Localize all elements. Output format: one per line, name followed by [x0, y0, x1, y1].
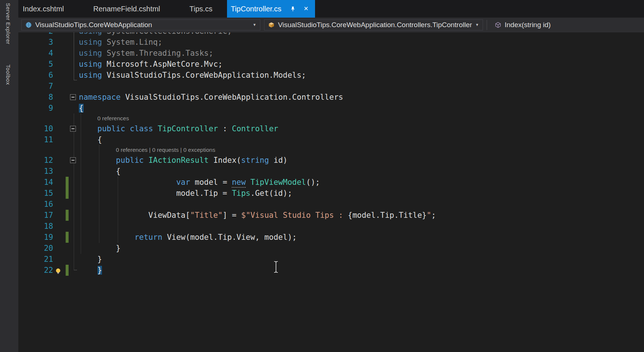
- code-lens-indicator[interactable]: 0 references | 0 requests | 0 exceptions: [18, 145, 644, 155]
- gutter: [53, 70, 69, 81]
- tab-tips-cs[interactable]: Tips.cs: [175, 0, 227, 18]
- code-line: 17ViewData["Title"] = $"Visual Studio Ti…: [18, 210, 644, 221]
- code-line: 20}: [18, 243, 644, 254]
- tab-tipcontroller-cs[interactable]: TipController.cs ✕: [227, 0, 315, 18]
- class-icon: [268, 22, 275, 28]
- code-line: 5using Microsoft.AspNetCore.Mvc;: [18, 59, 644, 70]
- line-number: 5: [18, 59, 53, 70]
- fold-toggle-icon[interactable]: [70, 126, 76, 132]
- indent-guide: [118, 177, 118, 243]
- gutter: [53, 155, 69, 166]
- fold-column: [69, 37, 78, 48]
- code-text[interactable]: return View(model.Tip.View, model);: [78, 232, 644, 243]
- code-text[interactable]: using System.Collections.Generic;: [78, 32, 644, 37]
- type-dropdown-label: VisualStudioTips.CoreWebApplication.Cont…: [278, 21, 472, 29]
- line-number: 17: [18, 210, 53, 221]
- tab-label: TipController.cs: [231, 5, 281, 13]
- side-tool-rail: Server Explorer Toolbox: [0, 0, 18, 352]
- project-dropdown[interactable]: VisualStudioTips.CoreWebApplication ▼: [21, 19, 260, 30]
- code-text[interactable]: [78, 221, 644, 232]
- code-text[interactable]: }: [78, 265, 644, 276]
- code-line: 21}: [18, 254, 644, 265]
- code-text[interactable]: [78, 199, 644, 210]
- code-line: 16: [18, 199, 644, 210]
- fold-column: [69, 254, 78, 265]
- code-text[interactable]: {: [78, 103, 644, 114]
- gutter: [53, 188, 69, 199]
- change-bar: [66, 188, 69, 199]
- fold-column: [69, 134, 78, 145]
- gutter: [53, 177, 69, 188]
- code-text[interactable]: model.Tip = Tips.Get(id);: [78, 188, 644, 199]
- line-number: 13: [18, 166, 53, 177]
- code-text[interactable]: namespace VisualStudioTips.CoreWebApplic…: [78, 92, 644, 103]
- code-line: 11{: [18, 134, 644, 145]
- line-number: 8: [18, 92, 53, 103]
- code-text[interactable]: using Microsoft.AspNetCore.Mvc;: [78, 59, 644, 70]
- code-text[interactable]: using System.Linq;: [78, 37, 644, 48]
- line-number: 2: [18, 32, 53, 37]
- close-icon[interactable]: ✕: [303, 6, 309, 12]
- code-text[interactable]: var model = new TipViewModel();: [78, 177, 644, 188]
- indent-guide: [99, 145, 99, 243]
- sidebar-item-server-explorer[interactable]: Server Explorer: [5, 3, 11, 44]
- fold-toggle-icon[interactable]: [70, 94, 76, 100]
- code-line: 9{: [18, 103, 644, 114]
- gutter: [53, 265, 69, 276]
- code-text[interactable]: [78, 81, 644, 92]
- code-line: 8namespace VisualStudioTips.CoreWebAppli…: [18, 92, 644, 103]
- lightbulb-icon[interactable]: [55, 267, 62, 274]
- code-text[interactable]: }: [78, 243, 644, 254]
- code-line: 22}: [18, 265, 644, 276]
- fold-column: [69, 103, 78, 114]
- fold-toggle-icon[interactable]: [70, 157, 76, 163]
- line-number: 6: [18, 70, 53, 81]
- code-text[interactable]: }: [78, 254, 644, 265]
- chevron-down-icon: ▼: [253, 23, 256, 27]
- line-number: 22: [18, 265, 53, 276]
- tab-index-cshtml[interactable]: Index.cshtml: [18, 0, 78, 18]
- code-lens-indicator[interactable]: 0 references: [18, 114, 644, 123]
- fold-column: [69, 265, 78, 276]
- code-text[interactable]: ViewData["Title"] = $"Visual Studio Tips…: [78, 210, 644, 221]
- tab-renamefield-cshtml[interactable]: RenameField.cshtml: [78, 0, 175, 18]
- fold-column: [69, 48, 78, 59]
- fold-column: [69, 166, 78, 177]
- code-line: 15model.Tip = Tips.Get(id);: [18, 188, 644, 199]
- change-bar: [66, 265, 69, 276]
- fold-column: [69, 81, 78, 92]
- project-dropdown-label: VisualStudioTips.CoreWebApplication: [35, 21, 152, 29]
- code-text[interactable]: public class TipController : Controller: [78, 123, 644, 134]
- code-line: 14var model = new TipViewModel();: [18, 177, 644, 188]
- line-number: 3: [18, 37, 53, 48]
- line-number: 19: [18, 232, 53, 243]
- code-line: 4using System.Threading.Tasks;: [18, 48, 644, 59]
- code-text[interactable]: public IActionResult Index(string id): [78, 155, 644, 166]
- type-dropdown[interactable]: VisualStudioTips.CoreWebApplication.Cont…: [264, 19, 483, 30]
- fold-column: [69, 221, 78, 232]
- sidebar-item-toolbox[interactable]: Toolbox: [5, 65, 11, 85]
- pin-icon[interactable]: [289, 6, 296, 12]
- gutter: [53, 32, 69, 37]
- fold-column: [69, 243, 78, 254]
- code-text[interactable]: {: [78, 134, 644, 145]
- navigation-bar: VisualStudioTips.CoreWebApplication ▼ Vi…: [18, 18, 644, 32]
- line-number: 21: [18, 254, 53, 265]
- gutter: [53, 232, 69, 243]
- gutter: [53, 199, 69, 210]
- document-tab-bar: Index.cshtml RenameField.cshtml Tips.cs …: [18, 0, 644, 18]
- code-text[interactable]: using VisualStudioTips.CoreWebApplicatio…: [78, 70, 644, 81]
- fold-column: [69, 70, 78, 81]
- gutter: [53, 92, 69, 103]
- code-editor[interactable]: 2using System.Collections.Generic;3using…: [18, 32, 644, 352]
- gutter: [53, 59, 69, 70]
- fold-column: [69, 188, 78, 199]
- code-text[interactable]: using System.Threading.Tasks;: [78, 48, 644, 59]
- code-line: 12public IActionResult Index(string id): [18, 155, 644, 166]
- line-number: 15: [18, 188, 53, 199]
- member-dropdown[interactable]: Index(string id): [491, 19, 555, 30]
- tab-label: Index.cshtml: [23, 5, 64, 13]
- code-text[interactable]: {: [78, 166, 644, 177]
- code-line: 3using System.Linq;: [18, 37, 644, 48]
- gutter: [53, 243, 69, 254]
